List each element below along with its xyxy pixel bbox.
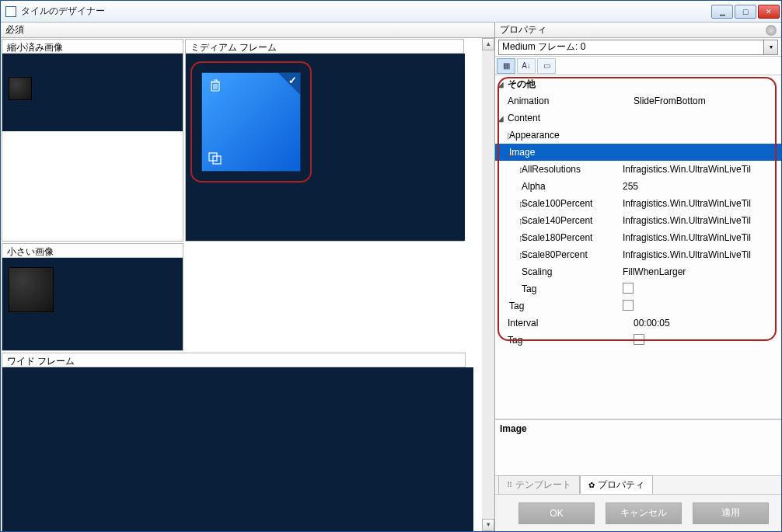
- property-row[interactable]: Tag: [495, 297, 781, 315]
- maximize-button[interactable]: ▢: [735, 5, 756, 19]
- property-row[interactable]: Tag: [495, 332, 781, 349]
- small-tile[interactable]: [9, 267, 54, 312]
- grid-icon: ⠿: [507, 481, 512, 489]
- property-value[interactable]: FillWhenLarger: [623, 266, 781, 277]
- required-section-title: 必須: [5, 23, 24, 37]
- apply-button[interactable]: 適用: [693, 502, 769, 524]
- checkbox[interactable]: [623, 283, 634, 294]
- property-name: Scale80Percent: [520, 249, 623, 260]
- thumb-tile[interactable]: [9, 77, 32, 100]
- property-value[interactable]: SlideFromBottom: [634, 96, 781, 106]
- properties-title: プロパティ: [500, 23, 546, 37]
- property-value[interactable]: Infragistics.Win.UltraWinLiveTil: [623, 232, 781, 243]
- property-row[interactable]: Tag: [495, 280, 781, 297]
- property-row[interactable]: ◢Content: [495, 110, 781, 127]
- object-selector[interactable]: Medium フレーム: 0: [498, 40, 764, 55]
- property-value[interactable]: Infragistics.Win.UltraWinLiveTil: [623, 215, 781, 226]
- object-selector-dropdown[interactable]: ▾: [764, 40, 778, 55]
- expand-icon[interactable]: ▷: [495, 251, 520, 259]
- property-name: Interval: [506, 318, 634, 329]
- property-row[interactable]: AnimationSlideFromBottom: [495, 92, 781, 110]
- minimize-button[interactable]: ▁: [711, 5, 733, 19]
- thumb-panel-header: 縮小済み画像: [2, 40, 183, 54]
- property-description-name: Image: [500, 423, 777, 434]
- tab-template[interactable]: ⠿ テンプレート: [498, 475, 580, 494]
- property-name: Content: [506, 113, 634, 123]
- property-value[interactable]: Infragistics.Win.UltraWinLiveTil: [623, 249, 781, 260]
- expand-icon[interactable]: ▷: [495, 165, 520, 174]
- property-name: Scale140Percent: [520, 215, 623, 226]
- app-icon: [5, 6, 16, 17]
- property-pages-button[interactable]: ▭: [537, 58, 556, 74]
- property-name: Alpha: [520, 181, 623, 192]
- expand-icon[interactable]: ◢: [495, 114, 506, 123]
- property-row[interactable]: ◢Image: [495, 144, 781, 161]
- delete-icon[interactable]: [210, 79, 221, 92]
- gear-icon[interactable]: [766, 25, 777, 36]
- alphabetical-button[interactable]: A↓: [517, 58, 536, 74]
- property-description: Image: [495, 419, 781, 475]
- property-name: Animation: [506, 96, 634, 106]
- expand-icon[interactable]: ◢: [495, 80, 506, 89]
- property-row[interactable]: ▷Scale140PercentInfragistics.Win.UltraWi…: [495, 212, 781, 229]
- properties-header: プロパティ: [495, 23, 781, 38]
- property-row[interactable]: ScalingFillWhenLarger: [495, 263, 781, 280]
- wide-panel-header: ワイド フレーム: [2, 353, 465, 367]
- scroll-up-button[interactable]: ▴: [482, 38, 494, 50]
- property-row[interactable]: ▷AllResolutionsInfragistics.Win.UltraWin…: [495, 161, 781, 178]
- property-row[interactable]: ▷Scale100PercentInfragistics.Win.UltraWi…: [495, 195, 781, 212]
- property-name: Tag: [508, 301, 623, 311]
- small-panel-header: 小さい画像: [2, 244, 183, 258]
- property-name: AllResolutions: [520, 164, 623, 175]
- close-button[interactable]: ✕: [758, 5, 780, 19]
- expand-icon[interactable]: ▷: [495, 234, 520, 242]
- ok-button[interactable]: OK: [518, 502, 595, 524]
- checkbox[interactable]: [623, 300, 634, 311]
- property-name: Scale100Percent: [520, 198, 623, 209]
- cancel-button[interactable]: キャンセル: [606, 502, 682, 524]
- check-icon: ✓: [288, 75, 297, 86]
- property-row[interactable]: ▷Scale180PercentInfragistics.Win.UltraWi…: [495, 229, 781, 246]
- window-title: タイルのデザイナー: [21, 5, 711, 18]
- property-value[interactable]: 00:00:05: [634, 318, 781, 329]
- property-name: Image: [508, 147, 623, 158]
- property-value[interactable]: Infragistics.Win.UltraWinLiveTil: [623, 164, 781, 175]
- property-value[interactable]: [623, 300, 781, 313]
- property-row[interactable]: ▷Scale80PercentInfragistics.Win.UltraWin…: [495, 246, 781, 263]
- expand-icon[interactable]: ◢: [495, 148, 508, 157]
- medium-panel-header: ミディアム フレーム: [186, 40, 463, 54]
- property-row[interactable]: Interval00:00:05: [495, 315, 781, 332]
- property-value[interactable]: 255: [623, 181, 781, 192]
- tab-properties[interactable]: ✿ プロパティ: [580, 475, 653, 494]
- expand-icon[interactable]: ▷: [495, 131, 508, 140]
- property-value[interactable]: [634, 334, 781, 347]
- expand-icon[interactable]: ▷: [495, 200, 520, 208]
- medium-tile[interactable]: ✓: [201, 72, 301, 172]
- object-selector-value: Medium フレーム: 0: [502, 40, 585, 54]
- scroll-down-button[interactable]: ▾: [482, 519, 494, 531]
- property-name: Scale180Percent: [520, 232, 623, 243]
- gear-small-icon: ✿: [588, 481, 595, 489]
- property-value[interactable]: [623, 283, 781, 296]
- category-row[interactable]: ◢ その他: [495, 75, 781, 92]
- property-name: Appearance: [508, 130, 623, 141]
- property-row[interactable]: Alpha255: [495, 178, 781, 195]
- left-scrollbar[interactable]: ▴ ▾: [482, 38, 494, 531]
- checkbox[interactable]: [634, 334, 644, 345]
- wide-tile-area[interactable]: [2, 367, 473, 531]
- property-name: Tag: [506, 335, 634, 346]
- property-grid[interactable]: ◢ その他 AnimationSlideFromBottom◢Content▷A…: [495, 75, 781, 419]
- categorized-button[interactable]: ▦: [497, 58, 515, 74]
- property-name: Tag: [520, 283, 623, 294]
- medium-highlight-ring: ✓: [190, 61, 312, 183]
- copy-icon[interactable]: [208, 152, 222, 165]
- property-toolbar: ▦ A↓ ▭: [495, 57, 781, 75]
- title-bar: タイルのデザイナー ▁ ▢ ✕: [1, 1, 781, 23]
- property-value[interactable]: Infragistics.Win.UltraWinLiveTil: [623, 198, 781, 209]
- property-name: Scaling: [520, 266, 623, 277]
- required-section-header: 必須: [1, 23, 494, 38]
- expand-icon[interactable]: ▷: [495, 217, 520, 225]
- property-row[interactable]: ▷Appearance: [495, 127, 781, 144]
